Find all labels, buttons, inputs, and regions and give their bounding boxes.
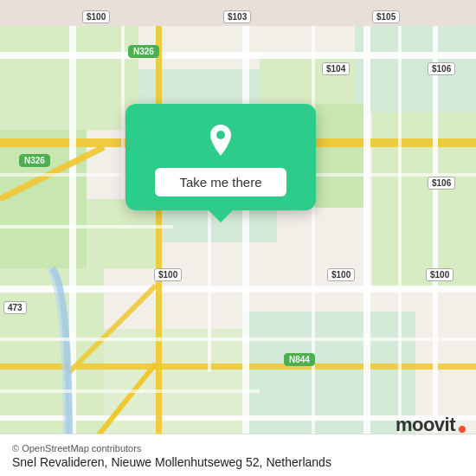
svg-rect-27 (312, 26, 315, 450)
road-label-s104: $104 (322, 62, 350, 75)
map-background (0, 0, 476, 476)
map-container: N326 N326 $100 $103 $105 $104 $106 $106 … (0, 0, 476, 476)
svg-rect-10 (242, 312, 415, 450)
svg-rect-18 (156, 26, 162, 450)
road-label-s103: $103 (223, 10, 251, 23)
road-label-n326-left: N326 (19, 154, 50, 167)
moovit-logo: moovit (396, 414, 466, 436)
road-label-s100-right: $100 (426, 268, 453, 281)
svg-rect-20 (363, 26, 370, 450)
road-label-n73: 473 (3, 301, 27, 314)
road-label-s100-top: $100 (82, 10, 110, 23)
road-label-s105: $105 (372, 10, 400, 23)
popup-card: Take me there (125, 104, 316, 210)
road-label-s106-top: $106 (428, 62, 455, 75)
moovit-text: moovit (396, 414, 455, 436)
pin-icon (202, 121, 240, 159)
bottom-bar: © OpenStreetMap contributors Snel Revali… (0, 434, 476, 476)
road-label-s100-mid-left: $100 (154, 268, 182, 281)
road-label-n844: N844 (284, 353, 315, 366)
address-country: Netherlands (266, 455, 331, 469)
svg-rect-32 (398, 26, 402, 450)
svg-rect-21 (433, 26, 438, 450)
osm-attribution: © OpenStreetMap contributors (12, 443, 141, 453)
svg-rect-7 (355, 26, 476, 113)
moovit-dot (459, 426, 466, 433)
svg-rect-28 (0, 225, 173, 228)
svg-rect-29 (0, 338, 476, 341)
svg-rect-30 (0, 389, 260, 393)
address-text: Snel Revalideren, Nieuwe Mollenhutseweg … (12, 455, 263, 469)
svg-rect-3 (0, 268, 104, 450)
road-label-s100-mid-right: $100 (327, 268, 355, 281)
road-label-s106-mid: $106 (428, 177, 455, 190)
address-line: Snel Revalideren, Nieuwe Mollenhutseweg … (12, 455, 464, 469)
svg-point-33 (216, 131, 225, 139)
attribution-row: © OpenStreetMap contributors (12, 443, 464, 453)
svg-rect-19 (242, 26, 249, 450)
take-me-there-button[interactable]: Take me there (155, 168, 286, 196)
road-label-n326-top: N326 (128, 45, 159, 58)
